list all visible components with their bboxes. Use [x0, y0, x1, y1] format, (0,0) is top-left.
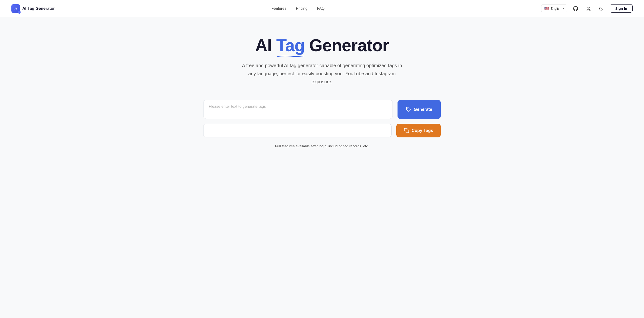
main-content: AI Tag Generator A free and powerful AI …: [0, 17, 644, 162]
copy-tags-button[interactable]: Copy Tags: [396, 124, 441, 137]
login-notice: Full features available after login, inc…: [203, 144, 441, 148]
hero-subtitle: A free and powerful AI tag generator cap…: [239, 61, 405, 86]
language-selector[interactable]: 🇺🇸 English ▾: [541, 4, 567, 12]
brand-name: AI Tag Generator: [22, 6, 55, 11]
copy-row: Copy Tags: [203, 124, 441, 137]
generate-row: Generate: [203, 100, 441, 119]
brand-logo: AI: [12, 4, 20, 13]
sign-in-button[interactable]: Sign In: [610, 4, 632, 12]
nav-pricing[interactable]: Pricing: [296, 6, 308, 11]
copy-icon: [404, 128, 409, 133]
github-icon[interactable]: [571, 4, 580, 13]
svg-rect-1: [406, 130, 409, 133]
language-label: English: [550, 7, 561, 10]
brand-link[interactable]: AI AI Tag Generator: [12, 4, 55, 13]
hero-title-highlight: Tag: [276, 36, 305, 55]
navbar-right: 🇺🇸 English ▾ Sign In: [541, 4, 632, 13]
tag-input[interactable]: [203, 100, 393, 119]
dark-mode-icon[interactable]: [597, 4, 606, 13]
main-nav: Features Pricing FAQ: [272, 6, 324, 11]
x-twitter-icon[interactable]: [584, 4, 593, 13]
nav-features[interactable]: Features: [272, 6, 286, 11]
input-section: Generate Copy Tags Full features availab…: [203, 100, 441, 148]
hero-title: AI Tag Generator: [255, 36, 389, 55]
nav-faq[interactable]: FAQ: [317, 6, 324, 11]
flag-icon: 🇺🇸: [544, 6, 549, 11]
tag-output[interactable]: [203, 124, 392, 137]
chevron-down-icon: ▾: [563, 7, 564, 10]
tag-icon: [406, 107, 411, 112]
generate-button[interactable]: Generate: [398, 100, 441, 119]
navbar: AI AI Tag Generator Features Pricing FAQ…: [0, 0, 644, 17]
